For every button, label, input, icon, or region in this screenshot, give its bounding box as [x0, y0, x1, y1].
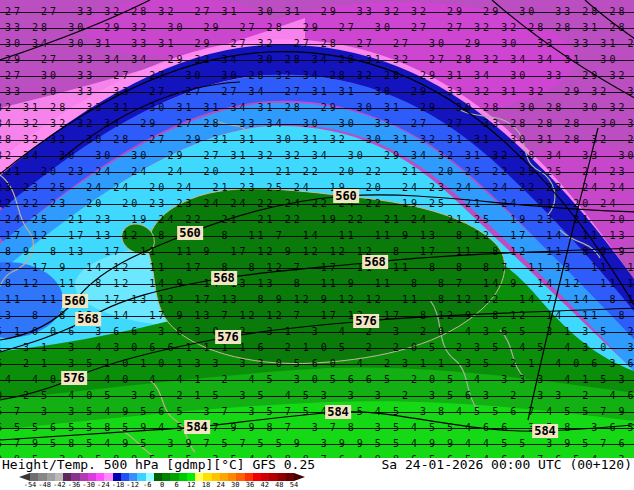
colorbar-segment	[113, 473, 121, 481]
legend-bar: Height/Temp. 500 hPa [gdmp][°C] GFS 0.25…	[0, 458, 634, 490]
colorbar-segment	[220, 473, 228, 481]
weather-map-frame: -27 -27 -33 32 28 32 -27 31 -30 31 -29 -…	[0, 0, 634, 490]
colorbar-tick: -18	[112, 481, 125, 489]
valid-time: Sa 24-01-2026 00:00 UTC (00+120)	[382, 458, 632, 472]
colorbar-tick: 18	[202, 481, 210, 489]
colorbar-segment	[212, 473, 220, 481]
colorbar-segment	[137, 473, 145, 481]
colorbar-ticks: -54-48-42-36-30-24-18-12-606121824303642…	[0, 481, 634, 490]
colorbar-segment	[236, 473, 244, 481]
colorbar-segment	[286, 473, 294, 481]
contour-label: 576	[215, 330, 241, 344]
colorbar-left-arrow	[19, 473, 30, 481]
contour-label: 584	[325, 405, 351, 419]
colorbar-tick: 42	[260, 481, 268, 489]
contour-labels: 560560560568568568576576576584584584	[0, 0, 634, 458]
colorbar-segment	[47, 473, 55, 481]
colorbar-tick: 12	[187, 481, 195, 489]
contour-label: 584	[184, 420, 210, 434]
colorbar-segment	[203, 473, 211, 481]
contour-label: 560	[62, 294, 88, 308]
colorbar-segment	[228, 473, 236, 481]
colorbar-segment	[253, 473, 261, 481]
colorbar-tick: 0	[160, 481, 164, 489]
colorbar-segment	[96, 473, 104, 481]
contour-label: 576	[353, 314, 379, 328]
colorbar-segment	[187, 473, 195, 481]
colorbar-segment	[269, 473, 277, 481]
colorbar-segment	[162, 473, 170, 481]
colorbar-segment	[38, 473, 46, 481]
colorbar-tick: -36	[68, 481, 81, 489]
colorbar-segment	[80, 473, 88, 481]
colorbar-segment	[146, 473, 154, 481]
colorbar-segment	[245, 473, 253, 481]
map-title: Height/Temp. 500 hPa [gdmp][°C] GFS 0.25	[2, 458, 315, 472]
colorbar-segment	[261, 473, 269, 481]
colorbar-tick: -24	[97, 481, 110, 489]
colorbar-segment	[154, 473, 162, 481]
colorbar-tick: -12	[126, 481, 139, 489]
colorbar-segment	[71, 473, 79, 481]
colorbar-tick: -30	[82, 481, 95, 489]
colorbar-tick: 24	[216, 481, 224, 489]
contour-label: 576	[61, 371, 87, 385]
contour-label: 568	[211, 271, 237, 285]
colorbar-tick: 54	[290, 481, 298, 489]
colorbar-tick: 48	[275, 481, 283, 489]
contour-label: 584	[532, 424, 558, 438]
colorbar-segment	[129, 473, 137, 481]
colorbar-tick: -42	[53, 481, 66, 489]
colorbar-segment	[179, 473, 187, 481]
colorbar-tick: -54	[24, 481, 37, 489]
contour-label: 560	[177, 226, 203, 240]
contour-label: 568	[362, 255, 388, 269]
colorbar-segment	[170, 473, 178, 481]
colorbar-tick: -6	[143, 481, 151, 489]
colorbar-tick: 36	[246, 481, 254, 489]
colorbar-segment	[30, 473, 38, 481]
colorbar-segment	[195, 473, 203, 481]
colorbar-segment	[121, 473, 129, 481]
map-area: -27 -27 -33 32 28 32 -27 31 -30 31 -29 -…	[0, 0, 634, 458]
colorbar-segment	[104, 473, 112, 481]
colorbar-tick: 6	[175, 481, 179, 489]
contour-label: 568	[75, 312, 101, 326]
colorbar-tick: 30	[231, 481, 239, 489]
colorbar-tick: -48	[38, 481, 51, 489]
contour-label: 560	[333, 189, 359, 203]
colorbar-segment	[63, 473, 71, 481]
colorbar-right-arrow	[294, 473, 305, 481]
colorbar-segment	[55, 473, 63, 481]
colorbar-segments	[30, 473, 294, 481]
colorbar-segment	[88, 473, 96, 481]
legend-text-row: Height/Temp. 500 hPa [gdmp][°C] GFS 0.25…	[0, 458, 634, 472]
colorbar-segment	[278, 473, 286, 481]
